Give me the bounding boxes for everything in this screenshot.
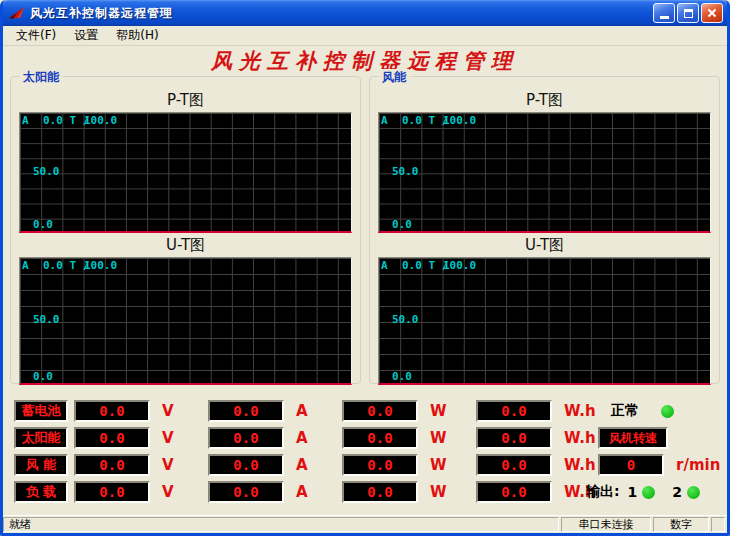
axis-label: A — [381, 114, 388, 127]
energy-unit: W.h — [564, 456, 598, 474]
voltage-unit: V — [162, 483, 190, 501]
voltage-unit: V — [162, 456, 190, 474]
axis-label: A — [381, 259, 388, 272]
axis-mid-label: 50.0 — [33, 313, 60, 326]
time-scale-label: 0.0 T / — [402, 259, 448, 272]
solar-pt-chart: A 0.0 T / 100.0 50.0 0.0 — [19, 112, 352, 233]
power-unit: W — [430, 429, 458, 447]
app-window: 风光互补控制器远程管理 文件(F) 设置 帮助(H) 风光互补控制器远程管理 太… — [0, 0, 730, 536]
solar-groupbox: 太阳能 P-T图 A 0.0 T / 100.0 50.0 0.0 U-T图 A… — [10, 76, 361, 384]
battery-row: 蓄电池 0.0 V 0.0 A 0.0 W 0.0 W.h 正常 — [14, 400, 727, 422]
battery-voltage-display: 0.0 — [74, 400, 150, 422]
axis-max-label: 100.0 — [84, 259, 117, 272]
menu-bar: 文件(F) 设置 帮助(H) — [3, 26, 727, 46]
output1-label: 1 — [628, 484, 638, 500]
wind-row: 风 能 0.0 V 0.0 A 0.0 W 0.0 W.h 0 r/min — [14, 454, 727, 476]
wind-current-display: 0.0 — [208, 454, 284, 476]
window-title: 风光互补控制器远程管理 — [30, 5, 651, 22]
current-unit: A — [296, 402, 324, 420]
status-serial-pane: 串口未连接 — [561, 517, 651, 532]
energy-unit: W.h — [564, 429, 598, 447]
close-button[interactable] — [701, 3, 723, 23]
wind-legend: 风能 — [379, 69, 409, 86]
axis-min-label: 0.0 — [33, 370, 53, 383]
chart-groups: 太阳能 P-T图 A 0.0 T / 100.0 50.0 0.0 U-T图 A… — [3, 76, 727, 384]
status-end-pane — [711, 517, 725, 532]
status-num-text: 数字 — [670, 517, 692, 532]
load-label: 负 载 — [14, 481, 68, 503]
wind-groupbox: 风能 P-T图 A 0.0 T / 100.0 50.0 0.0 U-T图 A … — [369, 76, 720, 384]
measurement-panel: 蓄电池 0.0 V 0.0 A 0.0 W 0.0 W.h 正常 太阳能 0.0… — [3, 400, 727, 503]
time-scale-label: 0.0 T / — [43, 259, 89, 272]
wind-energy-display: 0.0 — [476, 454, 552, 476]
axis-max-label: 100.0 — [443, 259, 476, 272]
voltage-unit: V — [162, 402, 190, 420]
solar-row: 太阳能 0.0 V 0.0 A 0.0 W 0.0 W.h 风机转速 — [14, 427, 727, 449]
output-status-cell: 输出: 1 2 — [586, 481, 727, 503]
load-energy-display: 0.0 — [476, 481, 552, 503]
axis-mid-label: 50.0 — [392, 313, 419, 326]
solar-ut-chart-title: U-T图 — [17, 236, 354, 256]
maximize-button[interactable] — [677, 3, 699, 23]
solar-legend: 太阳能 — [20, 69, 62, 86]
load-voltage-display: 0.0 — [74, 481, 150, 503]
menu-file[interactable]: 文件(F) — [7, 25, 65, 46]
wind-power-display: 0.0 — [342, 454, 418, 476]
current-unit: A — [296, 456, 324, 474]
axis-max-label: 100.0 — [84, 114, 117, 127]
time-scale-label: 0.0 T / — [43, 114, 89, 127]
wind-ut-chart-title: U-T图 — [376, 236, 713, 256]
minimize-icon — [660, 16, 669, 19]
fan-speed-value-cell: 0 r/min — [598, 454, 727, 476]
solar-power-display: 0.0 — [342, 427, 418, 449]
maximize-icon — [684, 9, 693, 18]
load-row: 负 载 0.0 V 0.0 A 0.0 W 0.0 W.h 输出: 1 2 — [14, 481, 727, 503]
battery-current-display: 0.0 — [208, 400, 284, 422]
menu-settings[interactable]: 设置 — [65, 25, 107, 46]
page-title: 风光互补控制器远程管理 — [3, 48, 727, 74]
power-unit: W — [430, 402, 458, 420]
solar-current-display: 0.0 — [208, 427, 284, 449]
fan-speed-display: 0 — [598, 454, 664, 476]
menu-help[interactable]: 帮助(H) — [107, 25, 167, 46]
status-num-pane: 数字 — [653, 517, 709, 532]
battery-power-display: 0.0 — [342, 400, 418, 422]
system-status-cell: 正常 — [598, 400, 727, 422]
solar-voltage-display: 0.0 — [74, 427, 150, 449]
axis-min-label: 0.0 — [392, 370, 412, 383]
power-unit: W — [430, 483, 458, 501]
status-bar: 就绪 串口未连接 数字 — [3, 515, 727, 533]
current-unit: A — [296, 483, 324, 501]
axis-max-label: 100.0 — [443, 114, 476, 127]
status-serial-text: 串口未连接 — [579, 517, 634, 532]
axis-mid-label: 50.0 — [392, 165, 419, 178]
normal-status-label: 正常 — [611, 402, 639, 420]
axis-mid-label: 50.0 — [33, 165, 60, 178]
minimize-button[interactable] — [653, 3, 675, 23]
close-icon — [707, 8, 717, 18]
status-led-icon — [661, 405, 674, 418]
output1-led-icon — [642, 486, 655, 499]
battery-energy-display: 0.0 — [476, 400, 552, 422]
voltage-unit: V — [162, 429, 190, 447]
main-area: 风光互补控制器远程管理 太阳能 P-T图 A 0.0 T / 100.0 50.… — [3, 46, 727, 515]
wind-voltage-display: 0.0 — [74, 454, 150, 476]
load-current-display: 0.0 — [208, 481, 284, 503]
title-bar[interactable]: 风光互补控制器远程管理 — [3, 0, 727, 26]
wind-ut-chart: A 0.0 T / 100.0 50.0 0.0 — [378, 257, 711, 385]
axis-label: A — [22, 114, 29, 127]
wind-label: 风 能 — [14, 454, 68, 476]
status-ready-text: 就绪 — [9, 517, 31, 532]
power-unit: W — [430, 456, 458, 474]
axis-min-label: 0.0 — [392, 218, 412, 231]
current-unit: A — [296, 429, 324, 447]
fan-speed-unit: r/min — [676, 456, 720, 474]
output-label: 输出: — [586, 483, 620, 501]
axis-label: A — [22, 259, 29, 272]
wind-pt-chart-title: P-T图 — [376, 91, 713, 111]
solar-ut-chart: A 0.0 T / 100.0 50.0 0.0 — [19, 257, 352, 385]
fan-speed-label-cell: 风机转速 — [598, 427, 727, 449]
app-icon — [8, 5, 26, 21]
status-ready-pane: 就绪 — [3, 517, 559, 532]
wind-pt-chart: A 0.0 T / 100.0 50.0 0.0 — [378, 112, 711, 233]
